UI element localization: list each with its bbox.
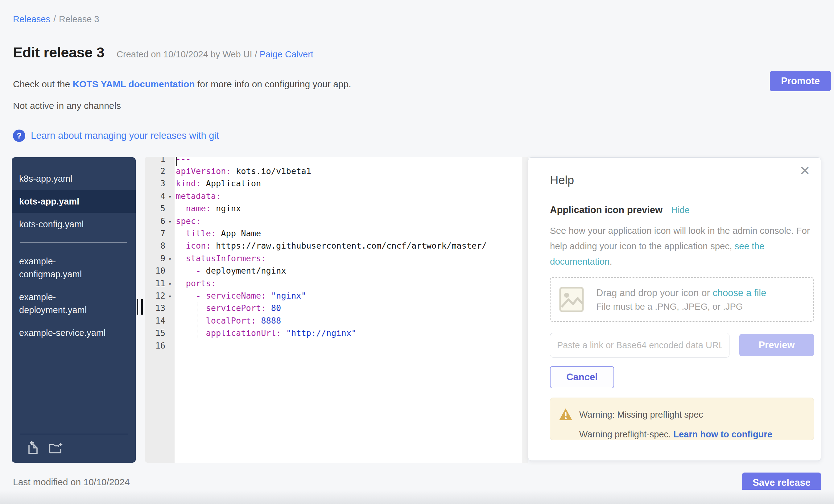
code-line-12: 12▾ - serviceName: "nginx" [145, 289, 521, 302]
sidebar-file-kots-config.yaml[interactable]: kots-config.yaml [12, 213, 136, 236]
breadcrumb-separator: / [53, 14, 56, 24]
close-icon[interactable]: ✕ [799, 165, 810, 177]
new-folder-icon[interactable] [49, 440, 63, 455]
icon-preview-section-header: Application icon preview Hide [550, 204, 690, 216]
preflight-warning-box: Warning: Missing preflight spec Warning … [550, 398, 814, 440]
code-line-14: 14 localPort: 8888 [145, 314, 521, 327]
promote-button[interactable]: Promote [770, 71, 831, 91]
editor-scrollbar[interactable] [522, 157, 528, 463]
code-line-8: 8 icon: https://raw.githubusercontent.co… [145, 240, 521, 252]
channel-status-text: Not active in any channels [13, 101, 121, 111]
code-line-1: 1--- [145, 157, 521, 165]
code-lines: 1---2apiVersion: kots.io/v1beta13kind: A… [145, 157, 521, 352]
icon-preview-title: Application icon preview [550, 204, 662, 216]
code-line-4: 4▾metadata: [145, 190, 521, 202]
code-line-5: 5 name: nginx [145, 202, 521, 215]
git-help-row: ? Learn about managing your releases wit… [13, 130, 219, 142]
fold-arrow-icon[interactable]: ▾ [165, 193, 175, 200]
fold-arrow-icon[interactable]: ▾ [165, 255, 175, 262]
file-sidebar: k8s-app.yamlkots-app.yamlkots-config.yam… [12, 157, 136, 463]
sidebar-file-k8s-app.yaml[interactable]: k8s-app.yaml [12, 167, 136, 190]
code-line-10: 10 - deployment/nginx [145, 265, 521, 277]
image-placeholder-icon [559, 285, 584, 314]
sidebar-file-example-deployment.yaml[interactable]: example-deployment.yaml [12, 286, 136, 322]
sidebar-footer [20, 434, 128, 463]
sidebar-resize-handle[interactable] [137, 299, 146, 314]
indent-guide [197, 302, 197, 339]
docs-line: Check out the KOTS YAML documentation fo… [13, 79, 351, 89]
learn-configure-link[interactable]: Learn how to configure [673, 429, 772, 439]
breadcrumb: Releases/Release 3 [13, 14, 99, 24]
cancel-button[interactable]: Cancel [550, 366, 614, 388]
last-modified-text: Last modified on 10/10/2024 [13, 477, 130, 487]
editor-cursor [176, 157, 177, 166]
kots-yaml-docs-link[interactable]: KOTS YAML documentation [72, 79, 195, 89]
title-row: Edit release 3 Created on 10/10/2024 by … [13, 44, 313, 61]
fold-arrow-icon[interactable]: ▾ [165, 280, 175, 287]
sidebar-file-example-configmap.yaml[interactable]: example-configmap.yaml [12, 250, 136, 286]
help-panel: ✕ Help Application icon preview Hide See… [528, 157, 821, 461]
bottom-fade [0, 490, 834, 504]
author-link[interactable]: Paige Calvert [260, 49, 313, 59]
file-group-divider [20, 242, 127, 243]
breadcrumb-releases-link[interactable]: Releases [13, 14, 50, 24]
code-line-3: 3kind: Application [145, 177, 521, 190]
new-file-icon[interactable] [26, 440, 40, 455]
preview-button[interactable]: Preview [739, 334, 814, 356]
fold-arrow-icon[interactable]: ▾ [165, 217, 175, 224]
icon-preview-description: See how your application icon will look … [550, 223, 816, 269]
page-title: Edit release 3 [13, 44, 104, 61]
created-text: Created on 10/10/2024 by Web UI / Paige … [116, 49, 313, 60]
dropzone-file-rule: File must be a .PNG, .JPEG, or .JPG [596, 302, 766, 312]
choose-file-link[interactable]: choose a file [712, 287, 766, 298]
icon-dropzone[interactable]: Drag and drop your icon or choose a file… [550, 277, 814, 322]
fold-arrow-icon[interactable]: ▾ [165, 292, 175, 299]
yaml-editor[interactable]: 1---2apiVersion: kots.io/v1beta13kind: A… [145, 157, 528, 463]
code-line-11: 11▾ ports: [145, 277, 521, 289]
code-line-9: 9▾ statusInformers: [145, 252, 521, 264]
code-line-6: 6▾spec: [145, 215, 521, 227]
code-line-2: 2apiVersion: kots.io/v1beta1 [145, 165, 521, 177]
question-circle-icon: ? [13, 130, 25, 142]
sidebar-file-kots-app.yaml[interactable]: kots-app.yaml [12, 190, 136, 213]
warning-title: Warning: Missing preflight spec [579, 410, 703, 420]
help-panel-title: Help [550, 174, 574, 187]
hide-link[interactable]: Hide [671, 205, 690, 215]
code-line-13: 13 servicePort: 80 [145, 302, 521, 314]
dropzone-text: Drag and drop your icon or choose a file… [596, 287, 766, 312]
warning-triangle-icon [559, 408, 572, 421]
git-releases-link[interactable]: Learn about managing your releases with … [31, 130, 219, 141]
breadcrumb-current: Release 3 [59, 14, 99, 24]
sidebar-file-example-service.yaml[interactable]: example-service.yaml [12, 322, 136, 344]
code-line-7: 7 title: App Name [145, 227, 521, 239]
warning-detail: Warning preflight-spec. Learn how to con… [579, 429, 772, 440]
edit-release-page: Releases/Release 3 Edit release 3 Create… [0, 0, 834, 504]
code-line-16: 16 [145, 339, 521, 352]
file-list: k8s-app.yamlkots-app.yamlkots-config.yam… [12, 157, 136, 344]
icon-url-input[interactable] [550, 333, 729, 357]
code-line-15: 15 applicationUrl: "http://nginx" [145, 327, 521, 339]
